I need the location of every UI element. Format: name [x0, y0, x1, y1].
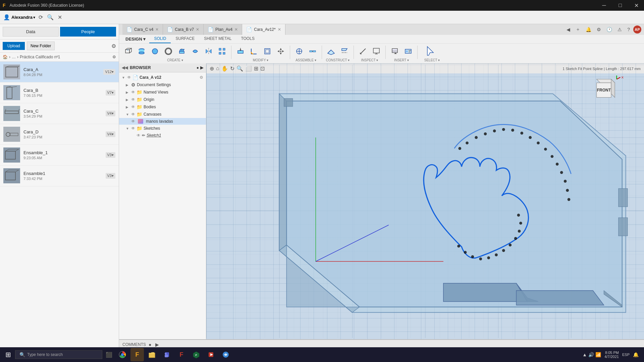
- tab-people[interactable]: People: [60, 27, 116, 37]
- tree-eye-icon[interactable]: 👁: [131, 90, 135, 95]
- taskbar-datetime[interactable]: 8:05 PM 4/7/2021: [604, 351, 619, 359]
- tab-alert[interactable]: ⚠: [615, 25, 624, 34]
- tree-eye-icon[interactable]: 👁: [131, 119, 135, 124]
- settings-icon[interactable]: ⚙: [111, 43, 116, 49]
- tree-eye-icon[interactable]: 👁: [137, 133, 141, 138]
- select-label[interactable]: SELECT ▾: [424, 58, 440, 62]
- windows-search[interactable]: 🔍 Type here to search: [15, 350, 102, 359]
- close-button[interactable]: ✕: [629, 0, 644, 11]
- tree-settings-icon[interactable]: ⚙: [200, 75, 203, 80]
- taskbar-speaker[interactable]: 🔊: [588, 352, 594, 357]
- new-folder-button[interactable]: New Folder: [27, 42, 55, 50]
- refresh-icon[interactable]: ⟳: [39, 14, 43, 20]
- tree-item-root[interactable]: ▼ 👁 📄 Cara_A v12 ⚙: [119, 74, 206, 81]
- tree-eye-icon[interactable]: 👁: [131, 126, 135, 131]
- tab-settings[interactable]: ⚙: [595, 25, 603, 34]
- create-extrude-tool[interactable]: [175, 45, 188, 58]
- select-tool[interactable]: [420, 45, 444, 58]
- taskbar-app7[interactable]: [204, 348, 218, 361]
- tree-eye-icon[interactable]: 👁: [131, 105, 135, 109]
- taskbar-chrome[interactable]: [116, 348, 129, 361]
- tab-notifications[interactable]: 🔔: [584, 25, 593, 34]
- list-item[interactable]: Ensamble_1 9:23:05 AM V3▾: [0, 145, 119, 166]
- construct-axis[interactable]: [338, 45, 351, 58]
- toolbar-tab-surface[interactable]: SURFACE: [171, 35, 199, 43]
- taskbar-app5[interactable]: F: [175, 348, 188, 361]
- create-torus-tool[interactable]: [162, 45, 175, 58]
- user-dropdown-icon[interactable]: ▾: [33, 15, 35, 20]
- folder-settings-icon[interactable]: ⚙: [112, 55, 116, 59]
- taskbar-teams[interactable]: [160, 348, 173, 361]
- tree-eye-icon[interactable]: 👁: [127, 75, 131, 80]
- modify-fillet[interactable]: [248, 45, 260, 58]
- taskbar-app8[interactable]: [219, 348, 232, 361]
- browser-action-bullet[interactable]: ●: [197, 65, 199, 70]
- toolbar-tab-solid[interactable]: SOLID: [149, 35, 171, 43]
- assemble-component[interactable]: [293, 45, 306, 58]
- list-item[interactable]: Cara_C 3:54:29 PM V4▾: [0, 103, 119, 124]
- assemble-label[interactable]: ASSEMBLE ▾: [296, 58, 316, 62]
- create-cylinder-tool[interactable]: [135, 45, 148, 58]
- browser-collapse-right[interactable]: ▶: [200, 65, 203, 70]
- tab-close-icon[interactable]: ✕: [155, 27, 159, 32]
- modify-shell[interactable]: [261, 45, 274, 58]
- toolbar-tab-sheet-metal[interactable]: SHEET METAL: [199, 35, 236, 43]
- tree-item-manos-lavadas[interactable]: 👁 manos lavadas: [119, 118, 206, 125]
- construct-plane[interactable]: [325, 45, 337, 58]
- assemble-joint[interactable]: [306, 45, 319, 58]
- construct-label[interactable]: CONSTRUCT ▾: [326, 58, 350, 62]
- insert-label[interactable]: INSERT ▾: [394, 58, 409, 62]
- taskbar-fileexplorer[interactable]: [145, 348, 159, 361]
- list-item[interactable]: Ensamble1 7:33:42 PM V3▾: [0, 166, 119, 186]
- insert-canvas[interactable]: IMG: [388, 45, 401, 58]
- comments-collapse[interactable]: ▶: [155, 342, 159, 347]
- create-pattern-tool[interactable]: [216, 45, 228, 58]
- create-revolve-tool[interactable]: [189, 45, 202, 58]
- tab-close-icon[interactable]: ✕: [234, 27, 238, 32]
- modify-move[interactable]: [274, 45, 287, 58]
- windows-start-button[interactable]: ⊞: [3, 349, 14, 360]
- taskbar-up-arrow[interactable]: ▲: [582, 352, 587, 357]
- list-item[interactable]: Cara_B 7:06:15 PM V7▾: [0, 82, 119, 103]
- tree-item-canvases[interactable]: ▼ 👁 📁 Canvases: [119, 111, 206, 118]
- tree-item-sketches[interactable]: ▼ 👁 📁 Sketches: [119, 125, 206, 132]
- taskbar-app6[interactable]: F: [190, 348, 203, 361]
- design-button[interactable]: DESIGN ▾: [122, 35, 149, 43]
- create-label[interactable]: CREATE ▾: [167, 58, 183, 62]
- insert-decal[interactable]: [402, 45, 415, 58]
- tab-cara-c[interactable]: 📄 Cara_C v4 ✕: [122, 24, 163, 35]
- tab-user-avatar[interactable]: AP: [633, 25, 641, 34]
- tab-help[interactable]: ?: [625, 25, 632, 34]
- close-icon[interactable]: ✕: [58, 14, 62, 20]
- search-text[interactable]: Type here to search: [27, 352, 63, 357]
- taskbar-notification[interactable]: 🔔: [633, 352, 639, 357]
- tree-item-doc-settings[interactable]: ▶ ⚙ Document Settings: [119, 81, 206, 88]
- tree-item-named-views[interactable]: ▶ 👁 📁 Named Views: [119, 88, 206, 96]
- tab-scroll-left[interactable]: ◀: [565, 25, 572, 34]
- tree-item-sketch1[interactable]: ▶ 👁 ✏ Sketch1: [119, 132, 206, 139]
- tab-cara-a-active[interactable]: 📄 Cara_Av12* ✕: [242, 24, 285, 35]
- username[interactable]: Alexandra: [11, 15, 33, 20]
- modify-label[interactable]: MODIFY ▾: [253, 58, 268, 62]
- comments-bullet[interactable]: ●: [149, 342, 151, 347]
- tab-plan-a[interactable]: 📄 Plan_Av4 ✕: [204, 24, 242, 35]
- tab-add[interactable]: ＋: [574, 25, 582, 34]
- inspect-measure[interactable]: [357, 45, 369, 58]
- maximize-button[interactable]: □: [612, 0, 628, 11]
- tree-eye-icon[interactable]: 👁: [131, 112, 135, 117]
- viewport[interactable]: FRONT X ⊕ ⌂ ✋ ↻ 🔍: [206, 63, 644, 339]
- tab-close-icon[interactable]: ✕: [278, 27, 281, 32]
- taskbar-network[interactable]: 📶: [595, 352, 601, 357]
- minimize-button[interactable]: ─: [596, 0, 612, 11]
- browser-collapse-icon[interactable]: ◀◀: [122, 65, 128, 70]
- create-sphere-tool[interactable]: [149, 45, 161, 58]
- tab-close-icon[interactable]: ✕: [196, 27, 199, 32]
- inspect-display[interactable]: [370, 45, 383, 58]
- tab-clock[interactable]: 🕐: [604, 25, 614, 34]
- toolbar-tab-tools[interactable]: TOOLS: [236, 35, 259, 43]
- tab-data[interactable]: Data: [3, 27, 59, 37]
- breadcrumb-dots[interactable]: …: [12, 55, 16, 59]
- upload-button[interactable]: Upload: [3, 42, 25, 50]
- create-mirror-tool[interactable]: [202, 45, 215, 58]
- breadcrumb-current[interactable]: Práctica Calificado nº1: [20, 55, 60, 59]
